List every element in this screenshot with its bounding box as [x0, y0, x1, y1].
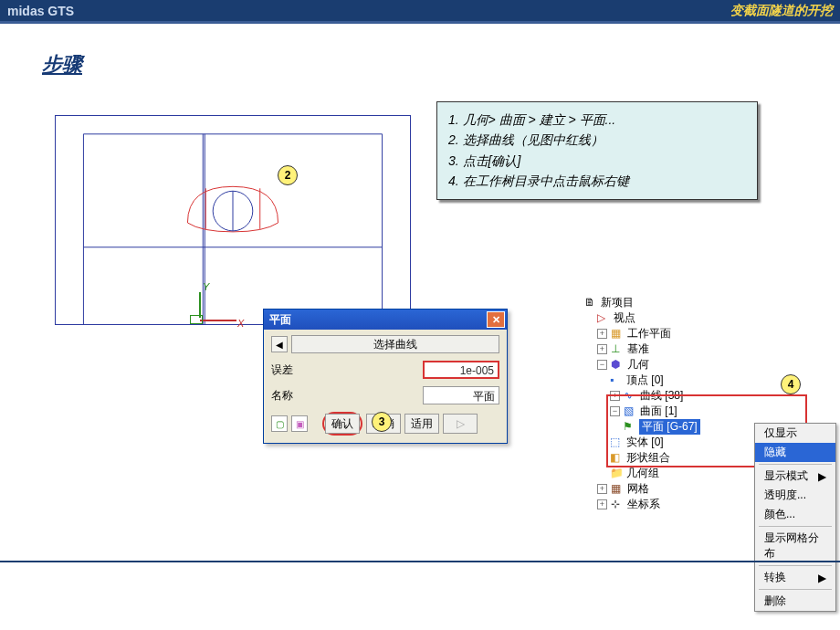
name-input[interactable]: 平面: [423, 386, 499, 404]
axis-origin: [190, 315, 203, 324]
close-icon[interactable]: ✕: [487, 311, 505, 328]
tolerance-label: 误差: [271, 362, 324, 378]
option-icon-1[interactable]: ▢: [271, 415, 288, 432]
slide-title: 变截面隧道的开挖: [730, 3, 833, 19]
ok-highlight: 确认: [322, 412, 362, 436]
menu-transform[interactable]: 转换▶: [755, 568, 835, 587]
menu-hide[interactable]: 隐藏: [755, 443, 835, 462]
callout-3: 3: [372, 412, 392, 432]
footer-divider: [0, 561, 840, 562]
menu-separator: [759, 464, 832, 465]
app-title: midas GTS: [7, 4, 74, 18]
instruction-2: 2. 选择曲线（见图中红线）: [448, 130, 746, 150]
expand-icon[interactable]: +: [597, 329, 607, 339]
context-menu: 仅显示 隐藏 显示模式▶ 透明度... 颜色... 显示网格分布 转换▶ 删除: [754, 423, 836, 612]
name-label: 名称: [271, 388, 324, 404]
doc-icon: 🗎: [584, 295, 597, 310]
menu-delete[interactable]: 删除: [755, 592, 835, 611]
tree-datum[interactable]: + ⊥ 基准: [584, 341, 700, 357]
axis-y-label: Y: [203, 281, 209, 292]
next-button[interactable]: ▷: [443, 414, 478, 434]
grid-icon: ▦: [611, 326, 624, 341]
expand-icon[interactable]: +: [597, 499, 607, 509]
title-bar: midas GTS 变截面隧道的开挖: [0, 0, 840, 24]
expand-icon[interactable]: +: [597, 484, 607, 494]
menu-separator: [759, 565, 832, 566]
viewpoint-icon: ▷: [597, 310, 610, 326]
callout-2: 2: [278, 165, 298, 185]
callout-4: 4: [781, 374, 801, 394]
collapse-icon[interactable]: −: [597, 360, 607, 370]
geometry-icon: ⬢: [611, 357, 624, 373]
ok-button[interactable]: 确认: [325, 414, 360, 434]
instruction-3: 3. 点击[确认]: [448, 151, 746, 171]
chevron-right-icon: ▶: [818, 572, 826, 584]
axis-x-label: X: [237, 318, 244, 329]
folder-icon: 📁: [610, 466, 623, 481]
tree-geometry[interactable]: − ⬢ 几何: [584, 357, 700, 373]
vertex-icon: ▪: [610, 373, 623, 388]
prev-selection-button[interactable]: ◀: [271, 336, 288, 352]
instruction-4: 4. 在工作树目录中点击鼠标右键: [448, 171, 746, 191]
axis-y: [199, 292, 201, 318]
instruction-box: 1. 几何> 曲面 > 建立 > 平面... 2. 选择曲线（见图中红线） 3.…: [436, 101, 758, 200]
tolerance-input[interactable]: 1e-005: [423, 361, 499, 379]
geometry-svg: [56, 116, 410, 324]
option-icon-2[interactable]: ▣: [291, 415, 308, 432]
mesh-icon: ▦: [611, 481, 624, 497]
menu-only-show[interactable]: 仅显示: [755, 424, 835, 443]
menu-separator: [759, 526, 832, 527]
dialog-titlebar[interactable]: 平面 ✕: [264, 310, 507, 330]
dialog-title: 平面: [269, 312, 291, 328]
tree-workplane[interactable]: + ▦ 工作平面: [584, 326, 700, 341]
menu-display-mode[interactable]: 显示模式▶: [755, 467, 835, 486]
menu-color[interactable]: 颜色...: [755, 505, 835, 524]
tree-coord[interactable]: + ⊹ 坐标系: [584, 497, 700, 512]
tree-vertex[interactable]: ▪ 顶点 [0]: [584, 373, 700, 388]
expand-icon[interactable]: +: [597, 344, 607, 354]
chevron-right-icon: ▶: [818, 470, 826, 483]
section-heading: 步骤: [42, 51, 82, 79]
axis-x: [200, 320, 236, 321]
axis-icon: ⊥: [611, 341, 624, 357]
tree-root[interactable]: 🗎 新项目: [584, 295, 700, 310]
select-curve-button[interactable]: 选择曲线: [291, 335, 499, 353]
tree-viewpoint[interactable]: ▷ 视点: [584, 310, 700, 326]
coord-icon: ⊹: [611, 497, 624, 512]
geometry-viewport: [55, 115, 411, 325]
apply-button[interactable]: 适用: [404, 414, 439, 434]
menu-separator: [759, 589, 832, 590]
tree-mesh[interactable]: + ▦ 网格: [584, 481, 700, 497]
menu-transparency[interactable]: 透明度...: [755, 486, 835, 505]
tree-geogroup[interactable]: 📁 几何组: [584, 466, 700, 481]
instruction-1: 1. 几何> 曲面 > 建立 > 平面...: [448, 110, 746, 130]
menu-show-mesh[interactable]: 显示网格分布: [755, 529, 835, 563]
